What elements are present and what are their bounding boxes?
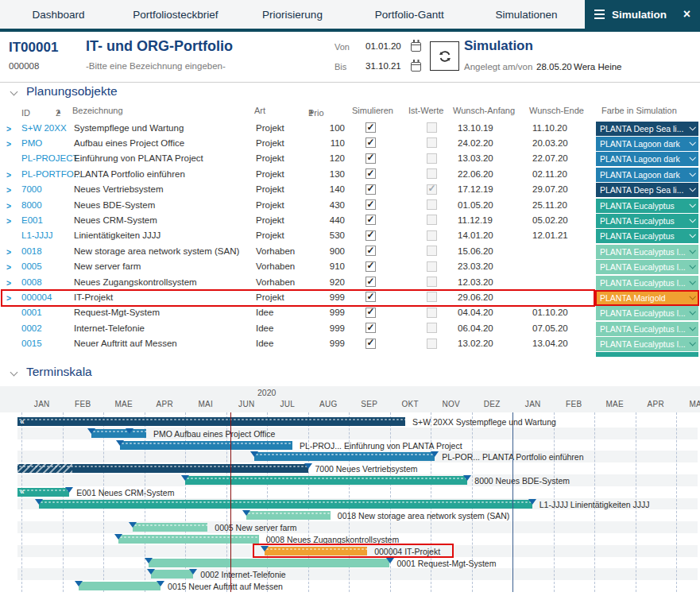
color-dropdown[interactable]: PLANTA Lagoon dark <box>596 152 698 166</box>
color-dropdown[interactable]: PLANTA Deep Sea li... <box>596 183 698 197</box>
color-dropdown[interactable]: PLANTA Eucalyptus <box>596 214 698 228</box>
color-dropdown[interactable]: PLANTA Eucalyptus l... <box>596 245 698 259</box>
gantt-bar[interactable] <box>17 464 308 473</box>
simulieren-checkbox[interactable] <box>365 137 376 148</box>
collapse-chevron-icon[interactable] <box>10 369 18 377</box>
gantt-bar[interactable] <box>254 452 435 461</box>
gantt-bar[interactable]: « <box>17 417 405 426</box>
row-id-link[interactable]: 8000 <box>21 200 42 210</box>
col-wunsch-ende[interactable]: Wunsch-Ende <box>529 106 584 115</box>
simulieren-checkbox[interactable] <box>365 199 376 210</box>
color-dropdown[interactable]: PLANTA Eucalyptus l... <box>596 337 698 351</box>
refresh-button[interactable] <box>430 41 459 71</box>
tab-dashboard[interactable]: Dashboard <box>0 0 117 29</box>
close-icon[interactable]: × <box>683 8 690 21</box>
row-id-link[interactable]: 0018 <box>21 246 42 256</box>
calendar-icon[interactable] <box>411 42 421 52</box>
von-label: Von <box>335 42 350 52</box>
gantt-bar[interactable] <box>246 511 331 520</box>
row-id-link[interactable]: 0005 <box>21 261 42 271</box>
row-wunsch-ende: 12.01.21 <box>532 230 568 240</box>
gantt-bar[interactable]: « <box>17 488 69 497</box>
row-id-link[interactable]: PL-PORTFO... <box>21 169 81 179</box>
row-id-link[interactable]: 7000 <box>21 184 42 194</box>
simulieren-checkbox[interactable] <box>365 308 376 318</box>
gantt-bar[interactable] <box>39 500 532 509</box>
color-dropdown[interactable]: PLANTA Eucalyptus <box>596 199 698 213</box>
color-dropdown[interactable]: PLANTA Deep Sea li... <box>596 122 698 136</box>
expand-arrow-icon[interactable]: > <box>6 262 11 272</box>
tab-portfoliosteckbrief[interactable]: Portfoliosteckbrief <box>117 0 234 29</box>
expand-arrow-icon[interactable]: > <box>6 139 11 149</box>
row-id-link[interactable]: S+W 20XX <box>21 123 67 133</box>
col-farbe[interactable]: Farbe in Simulation <box>601 106 677 115</box>
simulieren-checkbox[interactable] <box>365 339 376 349</box>
von-date-field[interactable]: 01.01.20 <box>365 41 401 51</box>
color-dropdown[interactable]: PLANTA Eucalyptus l... <box>596 260 698 274</box>
gantt-month-label: APR <box>157 400 173 408</box>
gantt-bar[interactable] <box>185 476 467 485</box>
row-id-link[interactable]: E001 <box>21 215 43 225</box>
calendar-icon[interactable] <box>411 62 421 72</box>
simulieren-checkbox[interactable] <box>365 168 376 179</box>
simulieren-checkbox[interactable] <box>365 184 376 195</box>
simulieren-checkbox[interactable] <box>365 122 376 133</box>
expand-arrow-icon[interactable]: > <box>6 293 11 303</box>
row-id-link[interactable]: 0015 <box>21 339 42 348</box>
expand-arrow-icon[interactable]: > <box>6 124 11 134</box>
color-dropdown[interactable]: PLANTA Eucalyptus l... <box>596 322 698 336</box>
simulieren-checkbox[interactable] <box>365 215 376 225</box>
table-row: >0008Neues ZugangskontrollsystemVorhaben… <box>0 275 700 290</box>
expand-arrow-icon[interactable]: > <box>6 170 11 180</box>
col-bezeichnung[interactable]: Bezeichnung <box>72 106 123 115</box>
row-id-link[interactable]: PMO <box>21 138 42 148</box>
portfolio-subtitle[interactable]: -Bitte eine Bezeichnung eingeben- <box>86 61 226 71</box>
tab-simulationen[interactable]: Simulationen <box>468 0 585 29</box>
bis-date-field[interactable]: 31.10.21 <box>365 61 401 71</box>
col-art[interactable]: Art <box>254 106 265 115</box>
row-id-link[interactable]: 000004 <box>21 292 52 302</box>
simulieren-checkbox[interactable] <box>365 153 376 164</box>
color-dropdown[interactable]: PLANTA Eucalyptus l... <box>596 306 698 320</box>
color-dropdown[interactable]: PLANTA Lagoon dark <box>596 168 698 182</box>
color-dropdown[interactable]: PLANTA Eucalyptus l... <box>596 276 698 290</box>
simulieren-checkbox[interactable] <box>365 277 376 287</box>
col-simulieren[interactable]: Simulieren <box>352 106 393 115</box>
row-wunsch-ende: 02.11.20 <box>532 169 567 179</box>
color-dropdown[interactable]: PLANTA Marigold <box>596 291 698 305</box>
color-dropdown[interactable]: PLANTA Lagoon dark <box>596 137 698 151</box>
gantt-bar[interactable] <box>118 535 259 544</box>
col-ist-werte[interactable]: Ist-Werte <box>408 106 443 115</box>
row-id-link[interactable]: 0002 <box>21 323 42 333</box>
color-dropdown[interactable]: PLANTA Eucalyptus <box>596 229 698 243</box>
row-prio: 130 <box>302 169 345 179</box>
simulieren-checkbox[interactable] <box>365 230 376 241</box>
col-wunsch-anfang[interactable]: Wunsch-Anfang <box>453 106 515 115</box>
row-id-link[interactable]: 0001 <box>21 308 42 317</box>
row-id-link[interactable]: PL-PROJECT <box>21 153 79 163</box>
expand-arrow-icon[interactable]: > <box>6 278 11 288</box>
collapse-chevron-icon[interactable] <box>10 88 18 96</box>
row-id-link[interactable]: 0008 <box>21 277 42 287</box>
tab-priorisierung[interactable]: Priorisierung <box>234 0 350 29</box>
expand-arrow-icon[interactable]: > <box>6 201 11 211</box>
simulieren-checkbox[interactable] <box>365 246 376 256</box>
expand-arrow-icon[interactable]: > <box>6 247 11 257</box>
row-id-link[interactable]: L1-JJJJ <box>21 230 53 240</box>
row-wunsch-ende: 20.03.20 <box>532 138 568 148</box>
simulieren-checkbox[interactable] <box>365 323 376 333</box>
gantt-bar[interactable] <box>149 559 390 567</box>
gantt-bar[interactable] <box>151 570 193 579</box>
simulieren-checkbox[interactable] <box>365 292 376 302</box>
gantt-bar[interactable] <box>79 582 160 590</box>
simulieren-checkbox[interactable] <box>365 261 376 272</box>
gantt-bar[interactable] <box>133 523 207 532</box>
gantt-bar-label: 7000 Neues Vertriebsystem <box>315 464 418 474</box>
menu-icon[interactable] <box>594 10 605 19</box>
expand-arrow-icon[interactable]: > <box>6 185 11 195</box>
tab-portfolio-gantt[interactable]: Portfolio-Gantt <box>351 0 468 29</box>
gantt-bar[interactable] <box>120 441 292 450</box>
tab-simulation-active[interactable]: Simulation × <box>585 0 700 29</box>
gantt-bar[interactable] <box>91 429 147 438</box>
expand-arrow-icon[interactable]: > <box>6 216 11 226</box>
